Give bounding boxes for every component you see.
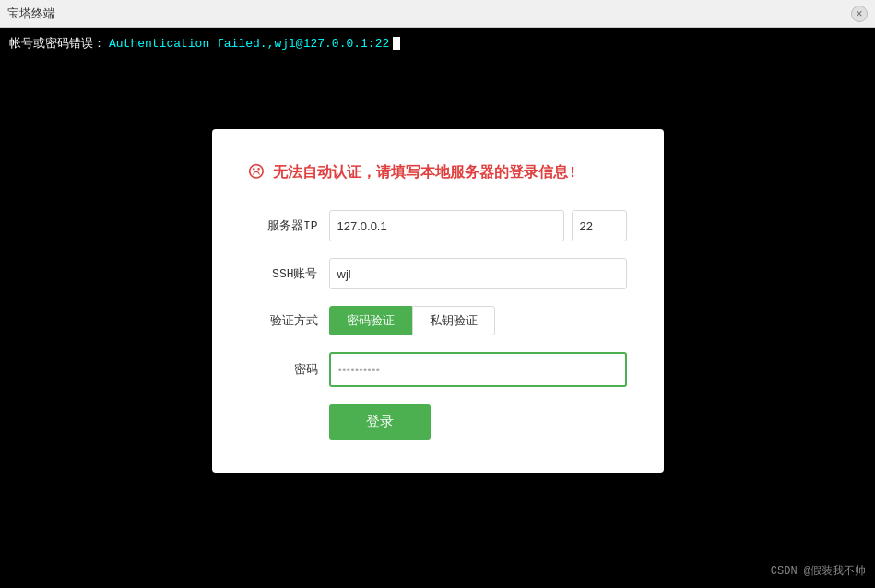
- title-bar: 宝塔终端 ×: [0, 0, 875, 28]
- ssh-account-input[interactable]: [329, 258, 627, 289]
- terminal-area: 帐号或密码错误： Authentication failed.,wjl@127.…: [0, 28, 875, 588]
- server-ip-input[interactable]: [329, 210, 564, 241]
- key-auth-button[interactable]: 私钥验证: [412, 306, 495, 335]
- login-button[interactable]: 登录: [329, 404, 431, 440]
- ssh-account-label: SSH账号: [249, 265, 318, 282]
- password-label: 密码: [249, 361, 318, 378]
- dialog-header: ☹ 无法自动认证，请填写本地服务器的登录信息!: [249, 157, 627, 188]
- error-code: Authentication failed.,wjl@127.0.0.1:22: [109, 37, 389, 51]
- sad-face-icon: ☹: [249, 157, 265, 188]
- cursor: [393, 37, 400, 50]
- auth-method-buttons: 密码验证 私钥验证: [329, 306, 495, 335]
- ssh-account-row: SSH账号: [249, 258, 627, 289]
- close-button[interactable]: ×: [851, 6, 868, 22]
- password-auth-button[interactable]: 密码验证: [329, 306, 412, 335]
- password-input[interactable]: [329, 352, 627, 387]
- auth-method-row: 验证方式 密码验证 私钥验证: [249, 306, 627, 335]
- auth-method-label: 验证方式: [249, 312, 318, 329]
- app-title: 宝塔终端: [7, 6, 55, 22]
- dialog-title: 无法自动认证，请填写本地服务器的登录信息!: [273, 163, 577, 182]
- server-ip-label: 服务器IP: [249, 218, 318, 234]
- watermark: CSDN @假装我不帅: [771, 563, 866, 579]
- server-ip-row: 服务器IP: [249, 210, 627, 241]
- auth-dialog: ☹ 无法自动认证，请填写本地服务器的登录信息! 服务器IP SSH账号 验证方式…: [212, 129, 664, 473]
- ip-port-group: [329, 210, 627, 241]
- error-prefix: 帐号或密码错误：: [9, 35, 105, 52]
- password-row: 密码: [249, 352, 627, 387]
- port-input[interactable]: [572, 210, 627, 241]
- terminal-error-line: 帐号或密码错误： Authentication failed.,wjl@127.…: [9, 35, 866, 52]
